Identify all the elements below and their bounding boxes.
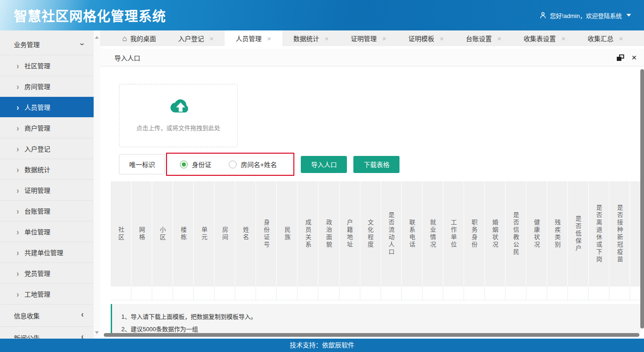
radio-room-name[interactable]: 房间名+姓名 — [229, 160, 277, 169]
tab-close-icon[interactable]: × — [497, 35, 501, 42]
vertical-scrollbar[interactable] — [640, 69, 644, 328]
radio-idcard-label: 身份证 — [192, 160, 211, 169]
table-cell — [277, 286, 298, 300]
sidebar-item[interactable]: › 共建单位管理 › — [0, 242, 94, 263]
tab-close-icon[interactable]: × — [619, 35, 623, 42]
table-column-header: 就业情况 — [423, 181, 443, 286]
table-cell — [360, 286, 381, 300]
sidebar-item-label: 台账管理 — [24, 206, 50, 215]
sidebar-item[interactable]: › 业务管理 › — [0, 33, 94, 55]
sidebar-item[interactable]: › 党员管理 › — [0, 263, 94, 284]
tab[interactable]: ⌂ 收集表设置 × — [513, 30, 577, 46]
user-greeting: 您好!admin，欢迎登陆系统 — [550, 11, 622, 20]
tab[interactable]: ⌂ 台账设置 × — [455, 30, 513, 46]
tab-close-icon[interactable]: × — [382, 35, 387, 42]
tab[interactable]: ⌂ 证明模板 × — [397, 30, 455, 46]
sidebar-item[interactable]: › 单位管理 › — [0, 221, 94, 242]
chevron-toggle-icon: › — [81, 333, 83, 339]
sidebar-item[interactable]: › 入户登记 › — [0, 138, 94, 159]
sidebar-item[interactable]: › 房间管理 › — [0, 76, 94, 97]
table-column-header: 社区 — [111, 181, 131, 286]
upload-dropzone[interactable]: 点击上传，或将文件拖拽到此处 — [119, 84, 238, 147]
table-body-cells — [111, 286, 630, 300]
table-cell — [464, 286, 485, 300]
table-cell — [131, 286, 152, 300]
table-column-header-clipped — [630, 181, 640, 286]
sidebar-item[interactable]: › 证明管理 › — [0, 180, 94, 201]
table-cell — [235, 286, 256, 300]
scroll-down-icon[interactable] — [95, 331, 99, 334]
radio-unchecked-icon — [229, 161, 237, 168]
app-header: 智慧社区网格化管理系统 您好!admin，欢迎登陆系统 — [0, 0, 644, 30]
user-menu[interactable]: 您好!admin，欢迎登陆系统 — [539, 11, 644, 20]
tab[interactable]: ⌂ 收集汇总 × — [577, 30, 634, 46]
tab[interactable]: ⌂ 证明管理 × — [340, 30, 398, 46]
horizontal-scrollbar[interactable] — [104, 333, 639, 337]
table-column-header: 楼栋 — [173, 181, 194, 286]
tab[interactable]: ⌂ 人员管理 × — [225, 30, 282, 46]
tab-close-icon[interactable]: × — [325, 35, 329, 42]
import-table: 社区 网格 小区 楼栋 — [111, 181, 640, 300]
table-column-header: 身份证号 — [256, 181, 277, 286]
tab[interactable]: ⌂ 台账管理 × — [634, 30, 644, 46]
tab-label: 收集汇总 — [588, 34, 614, 43]
sidebar-item[interactable]: › 人员管理 › — [0, 97, 94, 118]
table-cell — [340, 286, 360, 300]
table-cell — [381, 286, 402, 300]
table-cell — [173, 286, 194, 300]
cloud-upload-icon — [165, 96, 192, 117]
table-cell — [298, 286, 318, 300]
sidebar-item[interactable]: › 新闻公告 › — [0, 327, 94, 339]
chevron-toggle-icon: › — [81, 310, 83, 321]
tab[interactable]: ⌂ 入户登记 × — [167, 30, 225, 46]
sidebar-item[interactable]: › 台账管理 › — [0, 201, 94, 221]
sidebar-scrollbar[interactable] — [94, 30, 100, 339]
table-cell — [589, 286, 609, 300]
table-cell — [402, 286, 423, 300]
home-icon: ⌂ — [122, 35, 127, 42]
scroll-up-icon[interactable] — [95, 36, 99, 39]
table-cell — [215, 286, 235, 300]
chevron-right-icon: › — [17, 144, 19, 153]
import-population-button[interactable]: 导入人口 — [301, 156, 347, 173]
upload-hint: 点击上传，或将文件拖拽到此处 — [119, 123, 237, 132]
radio-room-name-label: 房间名+姓名 — [241, 160, 277, 169]
radio-idcard[interactable]: 身份证 — [180, 160, 211, 169]
table-column-header: 成员关系 — [298, 181, 318, 286]
table-header-row: 社区 网格 小区 楼栋 — [111, 181, 640, 286]
table-cell — [152, 286, 173, 300]
tab-label: 收集表设置 — [524, 34, 556, 43]
download-template-button[interactable]: 下载表格 — [353, 156, 400, 173]
table-column-header: 是否接种新冠疫苗 — [609, 181, 630, 286]
table-column-header: 民族 — [277, 181, 298, 286]
table-column-header: 工作单位 — [443, 181, 464, 286]
table-column-header: 是否离退休或下岗 — [589, 181, 609, 286]
table-column-header: 户籍地址 — [340, 181, 360, 286]
import-notes: 1、导入请下载上面模板，把数据复制到模板导入。 2、建议5000条数据作为一组 — [111, 304, 640, 334]
chevron-right-icon: › — [17, 165, 19, 174]
tab[interactable]: ⌂ 我的桌面 × — [111, 30, 167, 46]
tab-label: 数据统计 — [293, 34, 319, 43]
tab-close-icon[interactable]: × — [209, 35, 214, 42]
sidebar-item-label: 商户管理 — [24, 123, 50, 132]
unique-id-button[interactable]: 唯一标识 — [119, 154, 165, 174]
sidebar-item[interactable]: › 社区管理 › — [0, 55, 94, 76]
tab-close-icon[interactable]: × — [440, 35, 444, 42]
table-cell — [111, 286, 131, 300]
table-column-header: 姓名 — [235, 181, 256, 286]
tab-label: 我的桌面 — [130, 34, 156, 43]
import-controls: 唯一标识 身份证 房间名+姓名 导入人口 下载表格 — [119, 153, 640, 176]
restore-window-icon[interactable] — [617, 54, 624, 61]
sidebar-item[interactable]: › 数据统计 › — [0, 159, 94, 180]
chevron-right-icon: › — [17, 289, 19, 298]
tab-close-icon[interactable]: × — [561, 35, 566, 42]
sidebar-item[interactable]: › 信息收集 › — [0, 304, 94, 327]
tab[interactable]: ⌂ 数据统计 × — [282, 30, 340, 46]
close-panel-icon[interactable]: × — [632, 53, 637, 62]
sidebar-item-label: 人员管理 — [24, 102, 50, 112]
table-column-header: 健康状况 — [526, 181, 547, 286]
sidebar-item[interactable]: › 商户管理 › — [0, 118, 94, 138]
sidebar-item[interactable]: › 工地管理 › — [0, 284, 94, 304]
table-cell — [443, 286, 464, 300]
tab-close-icon[interactable]: × — [267, 35, 271, 42]
